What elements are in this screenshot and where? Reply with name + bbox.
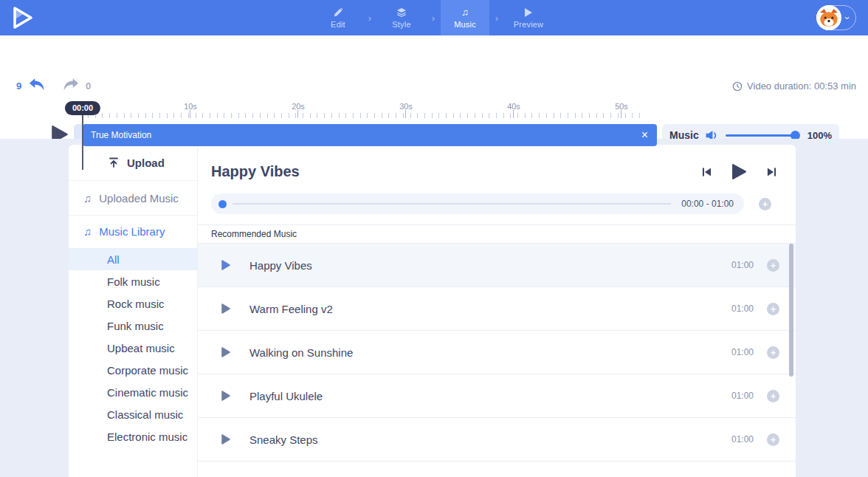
nav-tabs: Edit › Style › ♫ Music › Preview — [314, 0, 553, 35]
playhead-time-badge[interactable]: 00:00 — [65, 101, 100, 115]
tab-preview[interactable]: Preview — [504, 0, 553, 35]
music-note-icon: ♫ — [461, 7, 469, 18]
video-duration: Video duration: 00:53 min — [732, 80, 856, 92]
timeline-toolbar: 9 0 Video duration: 00:53 min 10s 20s 30… — [0, 35, 868, 139]
add-track-button[interactable]: + — [767, 303, 779, 315]
player-progress-bar[interactable]: 00:00 - 01:00 — [211, 193, 744, 214]
genre-item-folk[interactable]: Folk music — [69, 270, 197, 292]
track-row[interactable]: Happy Vibes 01:00 + — [198, 244, 796, 287]
tab-label: Preview — [514, 20, 544, 29]
chevron-right-icon: › — [426, 0, 441, 35]
genre-list: All Folk music Rock music Funk music Upb… — [69, 248, 197, 447]
volume-slider-track — [726, 134, 796, 137]
tab-edit[interactable]: Edit — [314, 0, 362, 35]
tab-label: Edit — [331, 20, 345, 29]
undo-count: 9 — [16, 80, 21, 92]
fox-avatar — [816, 5, 841, 30]
time-range: 00:00 - 01:00 — [681, 199, 734, 209]
track-name: True Motivation — [91, 130, 151, 140]
music-note-icon: ♫ — [83, 226, 92, 237]
chevron-right-icon: › — [489, 0, 504, 35]
track-title: Sneaky Steps — [249, 433, 731, 446]
scrollbar-thumb[interactable] — [789, 244, 793, 377]
track-row[interactable]: Walking on Sunshine 01:00 + — [198, 331, 796, 374]
genre-item-classical[interactable]: Classical music — [69, 403, 197, 425]
player-progress-row: 00:00 - 01:00 + — [198, 180, 796, 214]
track-play-icon[interactable] — [221, 303, 230, 314]
upload-icon — [108, 157, 119, 168]
genre-item-corporate[interactable]: Corporate music — [69, 359, 197, 381]
timeline-ruler-minor-ticks — [88, 113, 647, 118]
account-menu[interactable]: › — [816, 5, 856, 30]
track-title: Playful Ukulele — [249, 390, 731, 402]
track-duration: 01:00 — [731, 391, 754, 401]
redo-button[interactable] — [62, 78, 80, 94]
tab-label: Music — [454, 20, 476, 29]
redo-count: 0 — [86, 80, 91, 92]
main-area: Upload ♫ Uploaded Music ♫ Music Library … — [0, 139, 868, 477]
track-title: Walking on Sunshine — [249, 346, 731, 359]
add-track-button[interactable]: + — [767, 433, 779, 446]
track-play-icon[interactable] — [221, 391, 230, 401]
player-header: Happy Vibes — [198, 145, 796, 180]
track-duration: 01:00 — [731, 434, 754, 445]
add-track-button[interactable]: + — [767, 346, 779, 359]
add-track-button[interactable]: + — [767, 259, 779, 272]
music-track-clip[interactable]: True Motivation × — [83, 124, 657, 146]
player-controls — [702, 164, 776, 179]
skip-forward-button[interactable] — [767, 167, 776, 177]
playhead-line[interactable] — [82, 114, 83, 170]
track-play-icon[interactable] — [221, 434, 230, 445]
remove-track-button[interactable]: × — [638, 129, 651, 141]
genre-item-upbeat[interactable]: Upbeat music — [69, 337, 197, 359]
genre-item-all[interactable]: All — [69, 248, 197, 270]
genre-item-rock[interactable]: Rock music — [69, 292, 197, 315]
genre-item-funk[interactable]: Funk music — [69, 315, 197, 337]
track-row[interactable]: Warm Feeling v2 01:00 + — [198, 287, 796, 331]
clock-icon — [732, 81, 743, 92]
layers-icon — [396, 7, 407, 18]
chevron-right-icon: › — [362, 0, 377, 35]
tab-label: Style — [392, 20, 410, 29]
track-list: Happy Vibes 01:00 + Warm Feeling v2 01:0… — [198, 244, 796, 477]
music-sidebar: Upload ♫ Uploaded Music ♫ Music Library … — [69, 145, 198, 477]
genre-item-electronic[interactable]: Electronic music — [69, 425, 197, 447]
add-track-button[interactable]: + — [767, 390, 779, 402]
track-row[interactable]: Sneaky Steps 01:00 + — [198, 418, 796, 461]
chevron-down-icon: › — [841, 16, 852, 19]
music-panel: Upload ♫ Uploaded Music ♫ Music Library … — [69, 145, 796, 477]
tab-style[interactable]: Style — [377, 0, 426, 35]
progress-thumb[interactable] — [218, 200, 227, 208]
app-header: Edit › Style › ♫ Music › Preview › — [0, 0, 868, 35]
track-row[interactable]: Playful Ukulele 01:00 + — [198, 374, 796, 418]
track-title: Happy Vibes — [249, 259, 731, 272]
upload-label: Upload — [127, 157, 165, 169]
upload-button[interactable]: Upload — [69, 145, 197, 181]
skip-back-button[interactable] — [702, 167, 712, 177]
undo-button[interactable] — [28, 78, 46, 94]
video-duration-label: Video duration: 00:53 min — [747, 80, 856, 92]
add-current-track-button[interactable]: + — [759, 198, 771, 210]
sidebar-item-music-library[interactable]: ♫ Music Library — [69, 216, 197, 247]
pencil-icon — [333, 7, 343, 18]
track-title: Warm Feeling v2 — [249, 303, 731, 315]
tab-music[interactable]: ♫ Music — [441, 0, 489, 35]
genre-item-cinematic[interactable]: Cinematic music — [69, 381, 197, 403]
music-note-icon: ♫ — [83, 193, 92, 204]
track-duration: 01:00 — [731, 347, 754, 357]
track-duration: 01:00 — [731, 260, 754, 270]
play-button[interactable] — [732, 164, 746, 179]
play-icon — [523, 7, 534, 18]
track-duration: 01:00 — [731, 303, 754, 314]
app-logo[interactable] — [10, 6, 34, 30]
progress-track — [232, 203, 671, 205]
track-play-icon[interactable] — [221, 347, 230, 357]
track-play-icon[interactable] — [221, 260, 230, 270]
sidebar-item-uploaded-music[interactable]: ♫ Uploaded Music — [69, 181, 197, 216]
recommended-music-header: Recommended Music — [198, 224, 796, 244]
current-track-title: Happy Vibes — [211, 163, 300, 180]
music-content: Happy Vibes 00:00 - 01:00 + Recommended … — [198, 145, 796, 477]
